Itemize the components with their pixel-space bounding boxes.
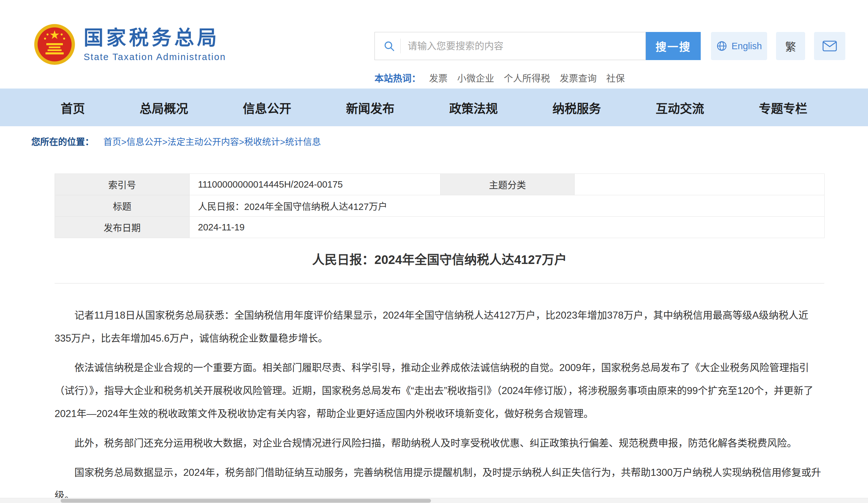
hot-word-link[interactable]: 个人所得税 bbox=[504, 71, 550, 84]
meta-label-index: 索引号 bbox=[55, 174, 190, 195]
nav-item-special-topics[interactable]: 专题专栏 bbox=[759, 99, 807, 116]
search-box: 搜一搜 bbox=[374, 32, 701, 60]
site-title-block: 国家税务总局 State Taxation Administration bbox=[84, 27, 226, 62]
search-divider bbox=[400, 39, 401, 53]
article-paragraph: 依法诚信纳税是企业合规的一个重要方面。相关部门履职尽责、科学引导，推动企业养成依… bbox=[54, 356, 824, 425]
breadcrumb-item-statutory-disclosure[interactable]: 法定主动公开内容 bbox=[168, 137, 239, 147]
nav-item-tax-services[interactable]: 纳税服务 bbox=[552, 99, 601, 116]
english-label: English bbox=[731, 41, 762, 51]
hot-word-link[interactable]: 发票 bbox=[429, 71, 447, 84]
search-input[interactable] bbox=[408, 32, 645, 60]
breadcrumb-separator: > bbox=[280, 137, 285, 147]
meta-label-category: 主题分类 bbox=[441, 174, 575, 195]
title-divider bbox=[54, 283, 824, 283]
site-subtitle: State Taxation Administration bbox=[84, 52, 226, 62]
article-paragraph: 国家税务总局数据显示，2024年，税务部门借助征纳互动服务，完善纳税信用提示提醒… bbox=[54, 461, 824, 503]
article-body: 记者11月18日从国家税务总局获悉：全国纳税信用年度评价结果显示，2024年全国… bbox=[54, 304, 824, 503]
hot-words-label: 本站热词： bbox=[374, 71, 421, 84]
national-emblem-icon bbox=[34, 24, 75, 65]
meta-label-date: 发布日期 bbox=[55, 217, 190, 238]
search-icon bbox=[383, 40, 395, 52]
article-content: 索引号 11100000000014445H/2024-00175 主题分类 标… bbox=[54, 173, 824, 503]
site-name: 国家税务总局 bbox=[84, 27, 226, 49]
mail-button[interactable] bbox=[814, 32, 845, 60]
breadcrumb-separator: > bbox=[121, 137, 126, 147]
nav-item-home[interactable]: 首页 bbox=[61, 99, 85, 116]
search-button[interactable]: 搜一搜 bbox=[646, 32, 701, 60]
breadcrumb: 您所在的位置： 首页>信息公开>法定主动公开内容>税收统计>统计信息 bbox=[0, 126, 868, 149]
traditional-chinese-button[interactable]: 繁 bbox=[776, 32, 805, 60]
meta-value-index: 11100000000014445H/2024-00175 bbox=[190, 174, 441, 195]
hot-words-row: 本站热词： 发票 小微企业 个人所得税 发票查询 社保 bbox=[374, 71, 845, 84]
article-title: 人民日报：2024年全国守信纳税人达4127万户 bbox=[54, 251, 824, 269]
meta-value-title: 人民日报：2024年全国守信纳税人达4127万户 bbox=[190, 195, 825, 217]
globe-icon bbox=[716, 40, 727, 52]
mail-icon bbox=[822, 41, 837, 51]
breadcrumb-label: 您所在的位置： bbox=[31, 137, 94, 147]
page: 国家税务总局 State Taxation Administration bbox=[0, 0, 868, 503]
breadcrumb-item-info-disclosure[interactable]: 信息公开 bbox=[126, 137, 162, 147]
nav-item-interaction[interactable]: 互动交流 bbox=[656, 99, 704, 116]
header-right: 搜一搜 English 繁 bbox=[374, 32, 845, 84]
hot-word-link[interactable]: 发票查询 bbox=[560, 71, 597, 84]
meta-label-title: 标题 bbox=[55, 195, 190, 217]
nav-item-policies[interactable]: 政策法规 bbox=[449, 99, 498, 116]
breadcrumb-separator: > bbox=[239, 137, 244, 147]
search-row: 搜一搜 English 繁 bbox=[374, 32, 845, 60]
document-meta-table: 索引号 11100000000014445H/2024-00175 主题分类 标… bbox=[54, 173, 825, 238]
site-header: 国家税务总局 State Taxation Administration bbox=[0, 0, 868, 89]
meta-row-index: 索引号 11100000000014445H/2024-00175 主题分类 bbox=[55, 174, 825, 195]
article-paragraph: 记者11月18日从国家税务总局获悉：全国纳税信用年度评价结果显示，2024年全国… bbox=[54, 304, 824, 350]
main-nav: 首页 总局概况 信息公开 新闻发布 政策法规 纳税服务 互动交流 专题专栏 bbox=[0, 89, 868, 126]
horizontal-scrollbar-thumb[interactable] bbox=[61, 499, 431, 503]
site-logo[interactable]: 国家税务总局 State Taxation Administration bbox=[34, 24, 226, 65]
meta-value-date: 2024-11-19 bbox=[190, 217, 825, 238]
breadcrumb-item-home[interactable]: 首页 bbox=[103, 137, 121, 147]
traditional-label: 繁 bbox=[785, 38, 796, 54]
language-english-button[interactable]: English bbox=[711, 32, 767, 60]
nav-item-overview[interactable]: 总局概况 bbox=[140, 99, 188, 116]
nav-item-info-disclosure[interactable]: 信息公开 bbox=[243, 99, 291, 116]
search-input-wrap bbox=[374, 32, 646, 60]
breadcrumb-item-tax-statistics[interactable]: 税收统计 bbox=[244, 137, 280, 147]
hot-word-link[interactable]: 社保 bbox=[606, 71, 625, 84]
meta-row-title: 标题 人民日报：2024年全国守信纳税人达4127万户 bbox=[55, 195, 825, 217]
meta-row-date: 发布日期 2024-11-19 bbox=[55, 217, 825, 238]
breadcrumb-item-statistical-info[interactable]: 统计信息 bbox=[285, 137, 321, 147]
horizontal-scrollbar-track[interactable] bbox=[0, 498, 868, 503]
hot-word-link[interactable]: 小微企业 bbox=[457, 71, 494, 84]
breadcrumb-separator: > bbox=[162, 137, 167, 147]
meta-value-category bbox=[575, 174, 825, 195]
article-paragraph: 此外，税务部门还充分运用税收大数据，对企业合规情况进行风险扫描，帮助纳税人及时享… bbox=[54, 432, 824, 455]
nav-item-news[interactable]: 新闻发布 bbox=[346, 99, 395, 116]
